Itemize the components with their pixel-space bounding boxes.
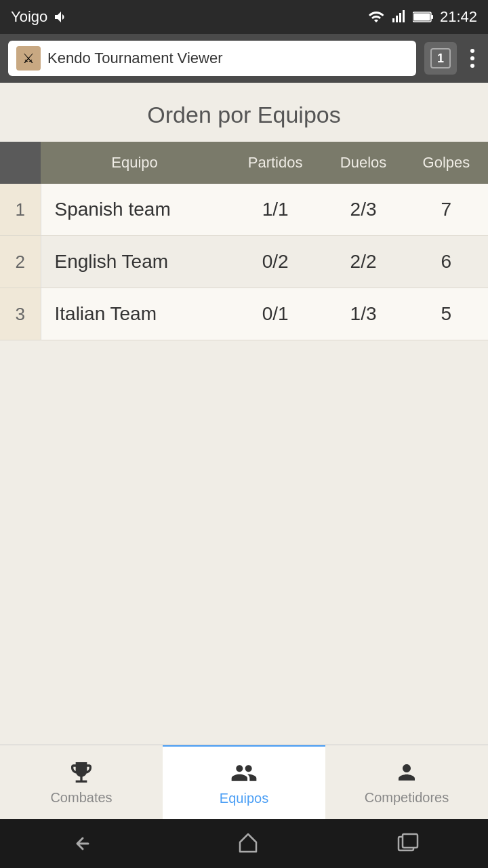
table-row: 1 Spanish team 1/1 2/3 7: [0, 184, 488, 236]
recents-button[interactable]: [396, 831, 420, 856]
home-icon: [236, 831, 260, 856]
golpes-cell: 7: [405, 184, 488, 236]
team-name-cell: Italian Team: [41, 288, 228, 340]
svg-rect-6: [413, 14, 430, 21]
svg-rect-8: [403, 834, 418, 848]
table-header-row: Equipo Partidos Duelos Golpes: [0, 142, 488, 184]
group-icon: [229, 760, 259, 787]
golpes-cell: 5: [405, 288, 488, 340]
duelos-cell: 2/3: [322, 184, 405, 236]
back-icon: [68, 831, 100, 856]
tab-count-button[interactable]: 1: [424, 42, 457, 75]
duelos-header: Duelos: [322, 142, 405, 184]
table-row: 2 English Team 0/2 2/2 6: [0, 236, 488, 288]
person-icon: [394, 759, 419, 786]
nav-combates-label: Combates: [50, 790, 112, 806]
nav-competidores[interactable]: Competidores: [325, 745, 488, 819]
svg-rect-0: [392, 18, 394, 22]
team-name-cell: Spanish team: [41, 184, 228, 236]
wifi-icon: [367, 9, 386, 25]
svg-rect-2: [399, 13, 401, 22]
menu-dot-2: [470, 56, 474, 60]
home-button[interactable]: [236, 831, 260, 856]
duelos-cell: 2/2: [322, 236, 405, 288]
status-bar: Yoigo 21:42: [0, 0, 488, 34]
menu-button[interactable]: [465, 43, 480, 73]
trophy-icon: [68, 759, 95, 786]
partidos-cell: 0/2: [228, 236, 322, 288]
partidos-cell: 0/1: [228, 288, 322, 340]
golpes-header: Golpes: [405, 142, 488, 184]
back-button[interactable]: [68, 831, 100, 856]
partidos-header: Partidos: [228, 142, 322, 184]
nav-combates[interactable]: Combates: [0, 745, 163, 819]
page-title: Orden por Equipos: [0, 83, 488, 142]
menu-dot-3: [470, 64, 474, 68]
table-row: 3 Italian Team 0/1 1/3 5: [0, 288, 488, 340]
rank-cell: 2: [0, 236, 41, 288]
battery-icon: [413, 10, 434, 24]
svg-rect-5: [431, 15, 433, 19]
nav-equipos-label: Equipos: [220, 791, 268, 806]
app-title: Kendo Tournament Viewer: [47, 50, 222, 67]
rank-cell: 1: [0, 184, 41, 236]
app-icon: ⚔: [16, 46, 41, 71]
recents-icon: [396, 831, 420, 856]
time-display: 21:42: [440, 8, 477, 26]
carrier-name: Yoigo: [11, 8, 47, 26]
rankings-table-container: Equipo Partidos Duelos Golpes 1 Spanish …: [0, 142, 488, 745]
rankings-table: Equipo Partidos Duelos Golpes 1 Spanish …: [0, 142, 488, 340]
partidos-cell: 1/1: [228, 184, 322, 236]
svg-rect-3: [403, 10, 405, 22]
duelos-cell: 1/3: [322, 288, 405, 340]
speaker-icon: [53, 9, 69, 25]
rank-header: [0, 142, 41, 184]
nav-competidores-label: Competidores: [365, 790, 449, 806]
equipo-header: Equipo: [41, 142, 228, 184]
nav-equipos[interactable]: Equipos: [163, 745, 325, 819]
android-nav-bar: [0, 819, 488, 868]
svg-rect-1: [396, 16, 398, 22]
golpes-cell: 6: [405, 236, 488, 288]
tab-count: 1: [437, 52, 444, 66]
bottom-navigation: Combates Equipos Competidores: [0, 745, 488, 819]
menu-dot-1: [470, 49, 474, 53]
browser-bar: ⚔ Kendo Tournament Viewer 1: [0, 34, 488, 83]
rank-cell: 3: [0, 288, 41, 340]
signal-icon: [391, 9, 407, 25]
address-bar[interactable]: ⚔ Kendo Tournament Viewer: [8, 41, 416, 76]
team-name-cell: English Team: [41, 236, 228, 288]
